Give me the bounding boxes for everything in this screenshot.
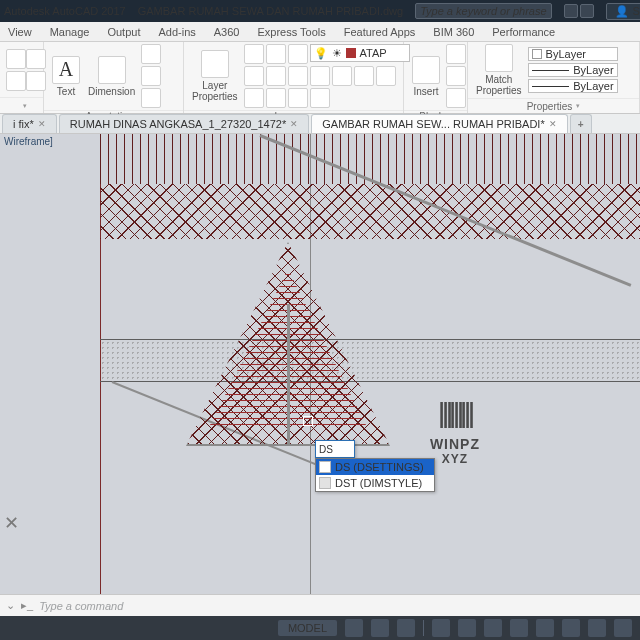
menu-output[interactable]: Output (107, 26, 140, 38)
color-dropdown[interactable]: ByLayer (528, 47, 618, 61)
layer-tool[interactable] (266, 66, 286, 86)
layer-tool[interactable] (266, 44, 286, 64)
dynamic-input[interactable] (315, 440, 355, 458)
draw-tool[interactable] (6, 49, 26, 69)
lineweight-dropdown[interactable]: ByLayer (528, 63, 618, 77)
status-toggle[interactable] (588, 619, 606, 637)
layers-icon (201, 50, 229, 78)
sign-in-button[interactable]: 👤Sign In (606, 3, 640, 20)
app-name: Autodesk AutoCAD 2017 (4, 5, 126, 17)
sun-icon: ☀ (332, 47, 342, 60)
layer-tool[interactable] (354, 66, 374, 86)
ribbon: AText Dimension Annotation Layer Propert… (0, 42, 640, 114)
panel-block: Insert Block (404, 42, 468, 113)
menu-featured[interactable]: Featured Apps (344, 26, 416, 38)
close-icon[interactable]: ✕ (549, 119, 557, 129)
linetype-dropdown[interactable]: ByLayer (528, 79, 618, 93)
panel-annotation: AText Dimension Annotation (44, 42, 184, 113)
insert-icon (412, 56, 440, 84)
layer-dropdown[interactable]: 💡☀ATAP (310, 44, 410, 62)
watermark-icon: ⦀⦀⦀ (430, 394, 480, 436)
block-tool[interactable] (446, 44, 466, 64)
doc-tab[interactable]: i fix*✕ (2, 114, 57, 133)
status-toggle[interactable] (510, 619, 528, 637)
chevron-icon: ⌄ (6, 599, 15, 612)
match-properties-button[interactable]: Match Properties (474, 44, 524, 96)
menu-manage[interactable]: Manage (50, 26, 90, 38)
doc-tab-active[interactable]: GAMBAR RUMAH SEW... RUMAH PRIBADI*✕ (311, 114, 567, 133)
hatch-region (100, 340, 640, 380)
layer-tool[interactable] (288, 66, 308, 86)
status-toggle[interactable] (432, 619, 450, 637)
panel-draw (0, 42, 44, 113)
title-icon-group (564, 4, 594, 18)
status-toggle[interactable] (397, 619, 415, 637)
menu-a360[interactable]: A360 (214, 26, 240, 38)
brush-icon (485, 44, 513, 72)
panel-label-properties[interactable]: Properties (468, 98, 639, 113)
ann-tool[interactable] (141, 88, 161, 108)
watermark: ⦀⦀⦀ WINPZ XYZ (430, 394, 480, 466)
model-space-button[interactable]: MODEL (278, 620, 337, 636)
status-toggle[interactable] (484, 619, 502, 637)
text-button[interactable]: AText (50, 56, 82, 97)
block-tool[interactable] (446, 66, 466, 86)
ann-tool[interactable] (141, 44, 161, 64)
command-suggestions: DS (DSETTINGS) DST (DIMSTYLE) (315, 458, 435, 492)
ridge-line (287, 304, 290, 444)
close-icon[interactable]: ✕ (290, 119, 298, 129)
layer-current-name: ATAP (360, 47, 387, 59)
help-search-input[interactable]: Type a keyword or phrase (415, 3, 551, 19)
layer-tool[interactable] (244, 88, 264, 108)
file-name: GAMBAR RUMAH SEWA DAN RUMAH PRIBADI.dwg (138, 5, 403, 17)
viewport-label[interactable]: Wireframe] (4, 136, 53, 147)
hatch-region (100, 134, 640, 184)
panel-layers: Layer Properties 💡☀ATAP Layers (184, 42, 404, 113)
insert-button[interactable]: Insert (410, 56, 442, 97)
color-swatch (532, 49, 542, 59)
panel-properties: Match Properties ByLayer ByLayer ByLayer… (468, 42, 640, 113)
doc-tab[interactable]: RUMAH DINAS ANGKASA_1_27320_1472*✕ (59, 114, 309, 133)
status-toggle[interactable] (345, 619, 363, 637)
status-toggle[interactable] (458, 619, 476, 637)
draw-tool[interactable] (6, 71, 26, 91)
line (100, 381, 640, 382)
layer-tool[interactable] (310, 66, 330, 86)
menu-express[interactable]: Express Tools (257, 26, 325, 38)
layer-tool[interactable] (244, 66, 264, 86)
draw-tool[interactable] (26, 71, 46, 91)
menu-view[interactable]: View (8, 26, 32, 38)
ann-tool[interactable] (141, 66, 161, 86)
status-toggle[interactable] (371, 619, 389, 637)
layer-tool[interactable] (332, 66, 352, 86)
dynamic-input-field[interactable] (316, 441, 354, 457)
dimension-button[interactable]: Dimension (86, 56, 137, 97)
layer-tool[interactable] (266, 88, 286, 108)
menu-performance[interactable]: Performance (492, 26, 555, 38)
layer-tool[interactable] (310, 88, 330, 108)
layer-tool[interactable] (288, 44, 308, 64)
ribbon-tabs: View Manage Output Add-ins A360 Express … (0, 22, 640, 42)
menu-bim360[interactable]: BIM 360 (433, 26, 474, 38)
drawing-canvas[interactable]: Wireframe] ⦀⦀⦀ WINPZ XYZ DS (DSETTINGS) … (0, 134, 640, 594)
layer-tool[interactable] (288, 88, 308, 108)
status-toggle[interactable] (536, 619, 554, 637)
close-icon[interactable]: ✕ (4, 512, 19, 534)
suggestion-item[interactable]: DS (DSETTINGS) (316, 459, 434, 475)
draw-tool[interactable] (26, 49, 46, 69)
command-line[interactable]: ⌄ ▸_ Type a command (0, 594, 640, 616)
layer-tool[interactable] (244, 44, 264, 64)
status-toggle[interactable] (614, 619, 632, 637)
layer-tool[interactable] (376, 66, 396, 86)
close-icon[interactable]: ✕ (38, 119, 46, 129)
layer-properties-button[interactable]: Layer Properties (190, 50, 240, 102)
user-icon: 👤 (615, 5, 629, 18)
suggestion-item[interactable]: DST (DIMSTYLE) (316, 475, 434, 491)
hatch-region (100, 184, 640, 239)
title-bar: Autodesk AutoCAD 2017 GAMBAR RUMAH SEWA … (0, 0, 640, 22)
block-tool[interactable] (446, 88, 466, 108)
status-toggle[interactable] (562, 619, 580, 637)
menu-addins[interactable]: Add-ins (158, 26, 195, 38)
new-tab-button[interactable]: + (570, 114, 592, 133)
cmd-icon (319, 461, 331, 473)
